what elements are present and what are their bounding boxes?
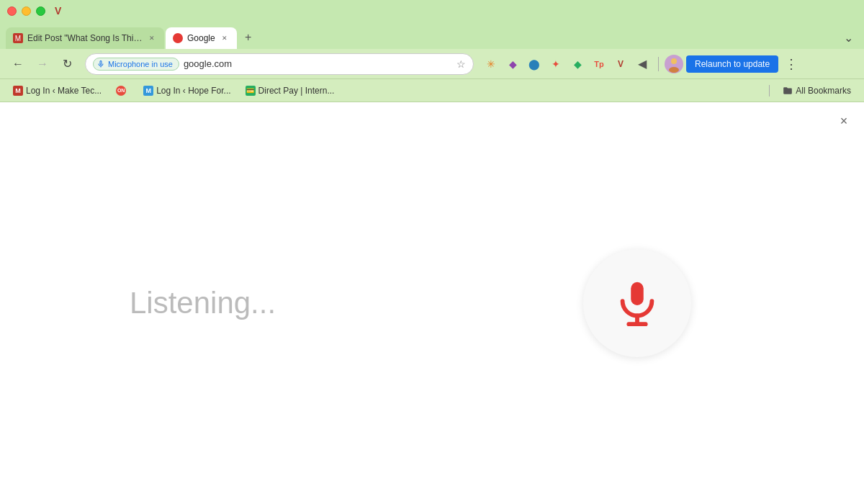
address-bar[interactable]: Microphone in use google.com ☆ bbox=[85, 53, 474, 75]
ext-4-icon[interactable]: ✦ bbox=[546, 54, 566, 74]
bookmarks-bar: M Log In ‹ Make Tec... ON M Log In ‹ Hop… bbox=[0, 79, 864, 102]
bookmark-hopeforum[interactable]: M Log In ‹ Hope For... bbox=[138, 84, 236, 98]
mic-in-use-label: Microphone in use bbox=[108, 60, 173, 68]
bookmark-favicon: ON bbox=[116, 86, 126, 96]
bookmark-favicon: 💳 bbox=[246, 86, 256, 96]
relaunch-button[interactable]: Relaunch to update bbox=[686, 55, 778, 73]
ext-vivaldi-icon[interactable]: V bbox=[611, 54, 631, 74]
tab-edit-post[interactable]: M Edit Post "What Song Is This... ✕ bbox=[6, 27, 164, 49]
bookmark-favicon: M bbox=[143, 86, 153, 96]
bookmark-maketecheasier[interactable]: M Log In ‹ Make Tec... bbox=[7, 84, 107, 98]
tab-close-button[interactable]: ✕ bbox=[220, 33, 230, 43]
ext-puzzle-icon[interactable]: ◀ bbox=[632, 54, 652, 74]
profile-avatar-image bbox=[665, 55, 683, 73]
browser-menu-button[interactable]: ⋮ bbox=[781, 54, 801, 74]
forward-button[interactable]: → bbox=[32, 53, 53, 75]
close-voice-search-button[interactable]: × bbox=[835, 112, 852, 130]
page-content: × Listening... bbox=[0, 102, 864, 504]
profile-avatar[interactable] bbox=[665, 55, 683, 73]
ext-1-icon[interactable]: ✳ bbox=[481, 54, 501, 74]
reload-button[interactable]: ↻ bbox=[56, 53, 78, 75]
bookmark-on[interactable]: ON bbox=[110, 84, 135, 98]
tab-list-button[interactable]: ⌄ bbox=[838, 27, 858, 48]
relaunch-label: Relaunch to update bbox=[695, 59, 770, 69]
toolbar-separator bbox=[658, 57, 659, 71]
svg-point-0 bbox=[671, 58, 677, 64]
tab-title: Edit Post "What Song Is This... bbox=[27, 33, 143, 43]
ext-tp-icon[interactable]: Tp bbox=[589, 54, 609, 74]
tab-bar: M Edit Post "What Song Is This... ✕ Goog… bbox=[0, 22, 864, 49]
bookmark-label: Log In ‹ Hope For... bbox=[156, 86, 230, 96]
toolbar-extensions: ✳ ◆ ⬤ ✦ ◆ Tp V ◀ bbox=[481, 54, 652, 74]
new-tab-button[interactable]: + bbox=[238, 27, 258, 48]
tab-google[interactable]: Google ✕ bbox=[166, 27, 237, 49]
mic-in-use-indicator: Microphone in use bbox=[93, 58, 179, 71]
svg-rect-2 bbox=[631, 282, 644, 305]
close-traffic-light[interactable] bbox=[7, 6, 17, 16]
ext-5-icon[interactable]: ◆ bbox=[567, 54, 588, 74]
title-bar: V bbox=[0, 0, 864, 22]
microphone-small-icon bbox=[96, 60, 105, 68]
bookmarks-separator bbox=[769, 85, 770, 96]
url-text: google.com bbox=[184, 58, 452, 69]
all-bookmarks-label: All Bookmarks bbox=[796, 86, 851, 96]
microphone-button[interactable] bbox=[583, 249, 691, 357]
all-bookmarks-button[interactable]: All Bookmarks bbox=[777, 84, 857, 98]
recording-indicator bbox=[173, 33, 183, 43]
tab-favicon: M bbox=[13, 33, 23, 43]
ext-3-icon[interactable]: ⬤ bbox=[524, 54, 544, 74]
back-button[interactable]: ← bbox=[7, 53, 29, 75]
bookmark-directpay[interactable]: 💳 Direct Pay | Intern... bbox=[240, 84, 341, 98]
toolbar: ← → ↻ Microphone in use google.com ☆ ✳ ◆… bbox=[0, 49, 864, 79]
bookmark-label: Log In ‹ Make Tec... bbox=[26, 86, 102, 96]
minimize-traffic-light[interactable] bbox=[22, 6, 31, 16]
tab-close-button[interactable]: ✕ bbox=[147, 33, 157, 43]
ext-2-icon[interactable]: ◆ bbox=[503, 54, 523, 74]
bookmarks-folder-icon bbox=[783, 86, 793, 96]
bookmark-label: Direct Pay | Intern... bbox=[258, 86, 335, 96]
bookmark-star-button[interactable]: ☆ bbox=[456, 58, 466, 70]
listening-text: Listening... bbox=[130, 286, 276, 320]
browser-logo-icon: V bbox=[55, 5, 61, 17]
tab-title: Google bbox=[187, 33, 215, 43]
microphone-icon bbox=[612, 278, 662, 328]
bookmark-favicon: M bbox=[13, 86, 23, 96]
svg-point-1 bbox=[669, 67, 679, 73]
maximize-traffic-light[interactable] bbox=[36, 6, 45, 16]
